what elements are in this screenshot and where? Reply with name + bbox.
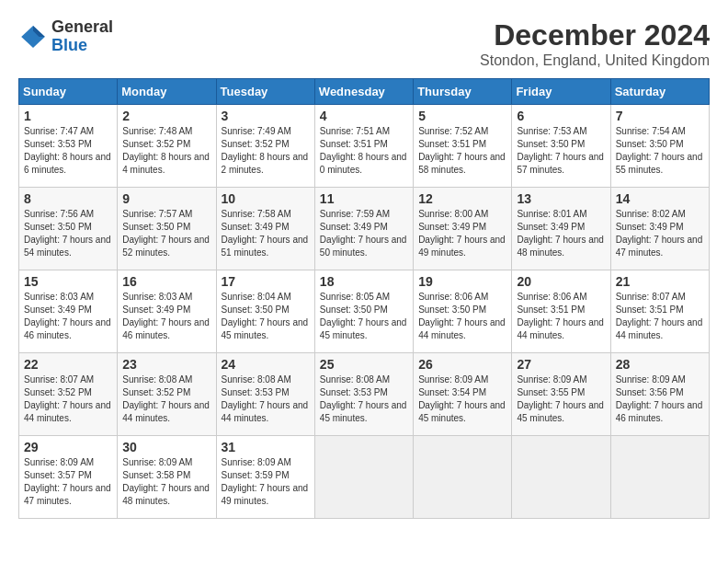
table-row: 10Sunrise: 7:58 AMSunset: 3:49 PMDayligh… [216,188,314,270]
header-friday: Friday [512,79,610,105]
month-title: December 2024 [480,18,710,52]
header-saturday: Saturday [610,79,709,105]
header-wednesday: Wednesday [314,79,413,105]
table-row: 27Sunrise: 8:09 AMSunset: 3:55 PMDayligh… [512,353,610,436]
table-row: 20Sunrise: 8:06 AMSunset: 3:51 PMDayligh… [512,270,610,353]
table-row: 14Sunrise: 8:02 AMSunset: 3:49 PMDayligh… [610,188,709,270]
table-row: 31Sunrise: 8:09 AMSunset: 3:59 PMDayligh… [216,436,314,519]
logo-line1: General [51,18,113,37]
table-row: 24Sunrise: 8:08 AMSunset: 3:53 PMDayligh… [216,353,314,436]
table-row: 9Sunrise: 7:57 AMSunset: 3:50 PMDaylight… [118,188,216,270]
table-row: 11Sunrise: 7:59 AMSunset: 3:49 PMDayligh… [314,188,413,270]
logo: General Blue [18,18,113,55]
table-row: 18Sunrise: 8:05 AMSunset: 3:50 PMDayligh… [314,270,413,353]
header-row: Sunday Monday Tuesday Wednesday Thursday… [19,79,710,105]
logo-icon [18,22,48,52]
table-row: 12Sunrise: 8:00 AMSunset: 3:49 PMDayligh… [414,188,512,270]
table-row: 28Sunrise: 8:09 AMSunset: 3:56 PMDayligh… [610,353,709,436]
calendar-table: Sunday Monday Tuesday Wednesday Thursday… [18,78,710,519]
table-row: 29Sunrise: 8:09 AMSunset: 3:57 PMDayligh… [19,436,118,519]
table-row: 21Sunrise: 8:07 AMSunset: 3:51 PMDayligh… [610,270,709,353]
page-header: General Blue December 2024 Stondon, Engl… [18,18,710,69]
location-subtitle: Stondon, England, United Kingdom [480,52,710,69]
table-row: 17Sunrise: 8:04 AMSunset: 3:50 PMDayligh… [216,270,314,353]
table-row [414,436,512,519]
table-row: 25Sunrise: 8:08 AMSunset: 3:53 PMDayligh… [314,353,413,436]
table-row: 4Sunrise: 7:51 AMSunset: 3:51 PMDaylight… [314,105,413,188]
table-row: 8Sunrise: 7:56 AMSunset: 3:50 PMDaylight… [19,188,118,270]
table-row [314,436,413,519]
table-row: 30Sunrise: 8:09 AMSunset: 3:58 PMDayligh… [118,436,216,519]
title-block: December 2024 Stondon, England, United K… [480,18,710,69]
table-row: 23Sunrise: 8:08 AMSunset: 3:52 PMDayligh… [118,353,216,436]
table-row: 26Sunrise: 8:09 AMSunset: 3:54 PMDayligh… [414,353,512,436]
table-row: 5Sunrise: 7:52 AMSunset: 3:51 PMDaylight… [414,105,512,188]
table-row: 6Sunrise: 7:53 AMSunset: 3:50 PMDaylight… [512,105,610,188]
table-row: 15Sunrise: 8:03 AMSunset: 3:49 PMDayligh… [19,270,118,353]
table-row [512,436,610,519]
table-row: 1Sunrise: 7:47 AMSunset: 3:53 PMDaylight… [19,105,118,188]
table-row [610,436,709,519]
logo-line2: Blue [51,37,113,55]
table-row: 19Sunrise: 8:06 AMSunset: 3:50 PMDayligh… [414,270,512,353]
header-sunday: Sunday [19,79,118,105]
table-row: 16Sunrise: 8:03 AMSunset: 3:49 PMDayligh… [118,270,216,353]
table-row: 3Sunrise: 7:49 AMSunset: 3:52 PMDaylight… [216,105,314,188]
header-tuesday: Tuesday [216,79,314,105]
header-thursday: Thursday [414,79,512,105]
table-row: 22Sunrise: 8:07 AMSunset: 3:52 PMDayligh… [19,353,118,436]
table-row: 7Sunrise: 7:54 AMSunset: 3:50 PMDaylight… [610,105,709,188]
header-monday: Monday [118,79,216,105]
table-row: 13Sunrise: 8:01 AMSunset: 3:49 PMDayligh… [512,188,610,270]
table-row: 2Sunrise: 7:48 AMSunset: 3:52 PMDaylight… [118,105,216,188]
